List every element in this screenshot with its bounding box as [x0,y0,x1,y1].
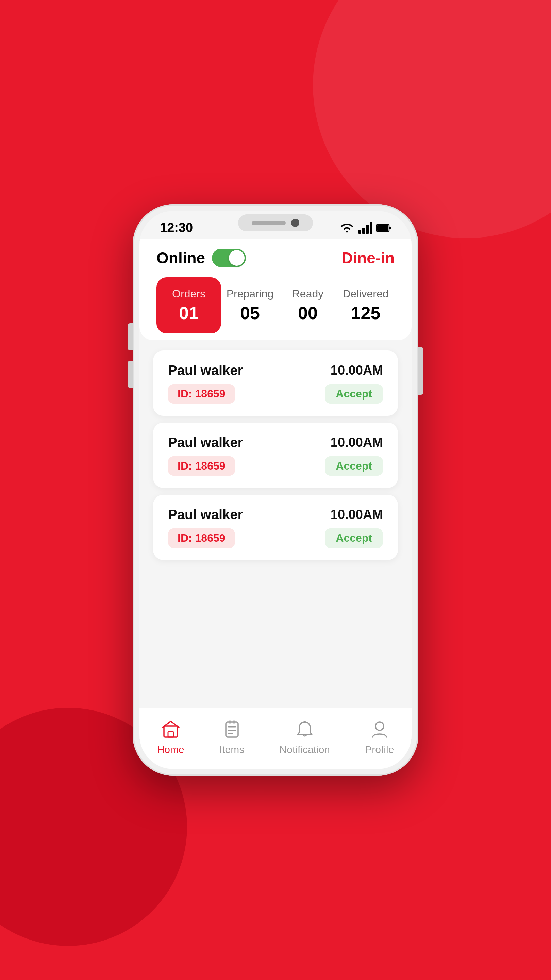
order-card-1[interactable]: Paul walker 10.00AM ID: 18659 Accept [153,350,398,416]
accept-button-1[interactable]: Accept [325,384,383,404]
battery-icon [376,224,391,232]
svg-point-14 [375,722,384,730]
stat-delivered-value: 125 [340,303,391,323]
nav-label-items: Items [219,744,244,756]
order-card-3-top: Paul walker 10.00AM [168,507,383,522]
order-time-3: 10.00AM [330,508,383,522]
phone-frame: 12:30 [133,204,418,776]
svg-rect-6 [377,225,388,231]
nav-label-notification: Notification [279,744,330,756]
order-time-2: 10.00AM [330,435,383,450]
home-icon [160,719,182,740]
svg-rect-2 [366,225,369,234]
side-button-volume-down [128,361,133,388]
stat-orders-value: 01 [163,303,214,323]
notch-bar [252,221,286,225]
order-time-1: 10.00AM [330,363,383,378]
order-card-1-top: Paul walker 10.00AM [168,363,383,378]
status-bar: 12:30 [140,211,411,239]
order-id-3: ID: 18659 [168,528,235,548]
nav-label-home: Home [157,744,184,756]
header-top: Online Dine-in [156,249,395,267]
customer-name-2: Paul walker [168,435,243,450]
nav-item-notification[interactable]: Notification [269,715,340,759]
phone-screen: 12:30 [140,211,411,769]
svg-rect-1 [362,228,365,234]
nav-item-home[interactable]: Home [147,715,195,759]
status-icons [340,222,391,234]
svg-rect-5 [389,227,391,229]
side-button-power [418,347,423,395]
order-card-3-bottom: ID: 18659 Accept [168,528,383,548]
stat-orders[interactable]: Orders 01 [156,277,221,334]
nav-item-items[interactable]: Items [209,715,254,759]
order-card-1-bottom: ID: 18659 Accept [168,384,383,404]
order-card-2-top: Paul walker 10.00AM [168,435,383,450]
side-button-volume-up [128,323,133,350]
svg-rect-3 [370,222,372,234]
items-icon [221,719,243,740]
stats-row: Orders 01 Preparing 05 Ready 00 Delive [156,277,395,334]
svg-rect-9 [226,722,238,737]
status-time: 12:30 [160,221,193,235]
app-content: Online Dine-in Orders 01 Preparing [140,239,411,769]
online-label: Online [156,249,205,267]
svg-rect-0 [359,230,361,234]
order-card-2[interactable]: Paul walker 10.00AM ID: 18659 Accept [153,423,398,488]
profile-icon [369,719,391,740]
signal-icon [359,222,372,234]
wifi-icon [340,222,354,234]
orders-list: Paul walker 10.00AM ID: 18659 Accept Pau… [140,340,411,708]
nav-item-profile[interactable]: Profile [355,715,404,759]
order-card-2-bottom: ID: 18659 Accept [168,456,383,476]
customer-name-1: Paul walker [168,363,243,378]
customer-name-3: Paul walker [168,507,243,522]
svg-point-13 [304,721,306,723]
order-id-2: ID: 18659 [168,456,235,476]
accept-button-2[interactable]: Accept [325,456,383,476]
stat-preparing-label: Preparing [224,288,275,300]
online-toggle[interactable] [212,249,246,267]
order-card-3[interactable]: Paul walker 10.00AM ID: 18659 Accept [153,495,398,560]
bottom-nav: Home Items [140,708,411,769]
phone-wrapper: 12:30 [133,204,418,776]
stat-delivered[interactable]: Delivered 125 [337,281,395,330]
order-id-1: ID: 18659 [168,384,235,404]
accept-button-3[interactable]: Accept [325,528,383,548]
stat-preparing-value: 05 [224,303,275,323]
stat-orders-label: Orders [163,288,214,300]
online-section: Online [156,249,246,267]
stat-ready-label: Ready [282,288,333,300]
notch-camera [291,219,299,227]
stat-delivered-label: Delivered [340,288,391,300]
notch [238,215,313,231]
svg-rect-8 [168,732,173,737]
notification-icon [294,719,316,740]
header: Online Dine-in Orders 01 Preparing [140,239,411,340]
stat-ready[interactable]: Ready 00 [279,281,337,330]
nav-label-profile: Profile [365,744,394,756]
stat-ready-value: 00 [282,303,333,323]
stat-preparing[interactable]: Preparing 05 [221,281,279,330]
dine-in-label: Dine-in [341,249,395,267]
